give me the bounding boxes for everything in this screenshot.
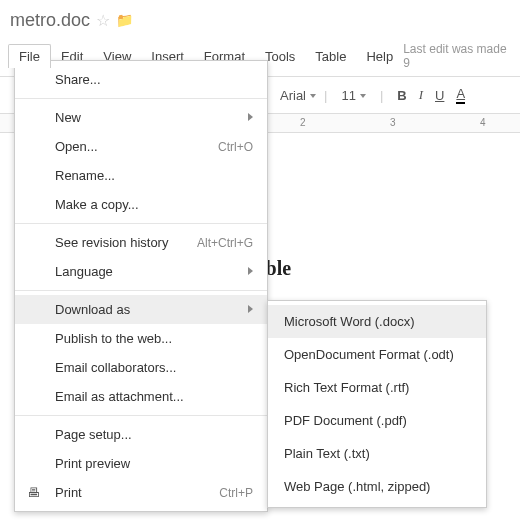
menu-print[interactable]: 🖶PrintCtrl+P (15, 478, 267, 507)
menu-language[interactable]: Language (15, 257, 267, 286)
print-icon: 🖶 (27, 485, 40, 500)
menu-rename[interactable]: Rename... (15, 161, 267, 190)
menu-help[interactable]: Help (356, 45, 403, 68)
menu-email-collaborators[interactable]: Email collaborators... (15, 353, 267, 382)
download-odt[interactable]: OpenDocument Format (.odt) (268, 338, 486, 371)
download-html[interactable]: Web Page (.html, zipped) (268, 470, 486, 503)
text-color-button[interactable]: A (456, 86, 465, 104)
underline-button[interactable]: U (435, 88, 444, 103)
download-rtf[interactable]: Rich Text Format (.rtf) (268, 371, 486, 404)
menu-page-setup[interactable]: Page setup... (15, 420, 267, 449)
menu-email-attachment[interactable]: Email as attachment... (15, 382, 267, 411)
download-docx[interactable]: Microsoft Word (.docx) (268, 305, 486, 338)
bold-button[interactable]: B (397, 88, 406, 103)
folder-icon[interactable]: 📁 (116, 12, 133, 28)
menu-table[interactable]: Table (305, 45, 356, 68)
last-edit-text[interactable]: Last edit was made 9 (403, 42, 512, 70)
file-dropdown: Share... New Open...Ctrl+O Rename... Mak… (14, 60, 268, 512)
star-icon[interactable]: ☆ (96, 11, 110, 30)
menu-revision-history[interactable]: See revision historyAlt+Ctrl+G (15, 228, 267, 257)
font-selector[interactable]: Arial (280, 88, 316, 103)
menu-print-preview[interactable]: Print preview (15, 449, 267, 478)
italic-button[interactable]: I (419, 87, 423, 103)
download-submenu: Microsoft Word (.docx) OpenDocument Form… (267, 300, 487, 508)
menu-share[interactable]: Share... (15, 65, 267, 94)
font-size[interactable]: 11 (341, 88, 365, 103)
download-txt[interactable]: Plain Text (.txt) (268, 437, 486, 470)
menu-open[interactable]: Open...Ctrl+O (15, 132, 267, 161)
menu-download-as[interactable]: Download as (15, 295, 267, 324)
download-pdf[interactable]: PDF Document (.pdf) (268, 404, 486, 437)
doc-title[interactable]: metro.doc (10, 10, 90, 31)
menu-new[interactable]: New (15, 103, 267, 132)
menu-file[interactable]: File (8, 44, 51, 68)
menu-publish-web[interactable]: Publish to the web... (15, 324, 267, 353)
menu-make-copy[interactable]: Make a copy... (15, 190, 267, 219)
